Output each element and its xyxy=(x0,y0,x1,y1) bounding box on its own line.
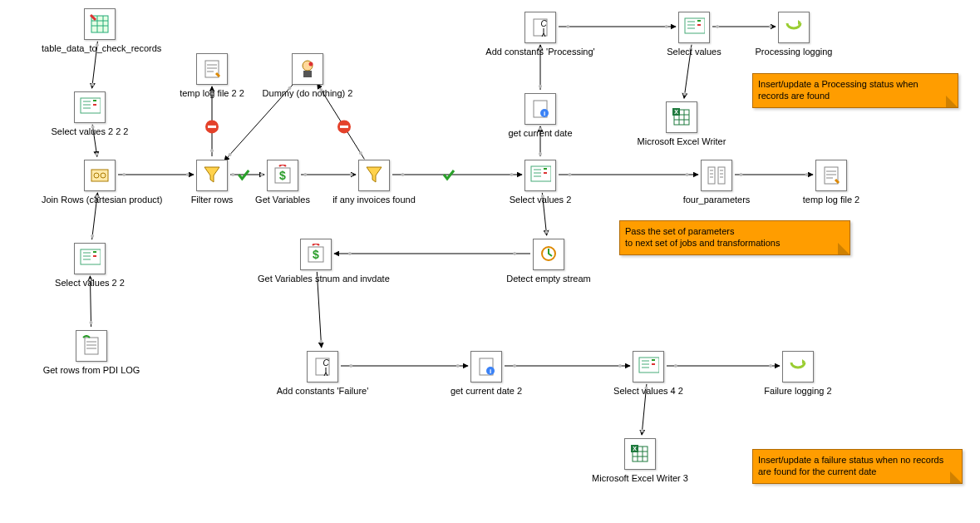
step-label: Detect empty stream xyxy=(490,274,607,284)
step-label: temp log file 2 xyxy=(773,195,889,205)
table-input-icon xyxy=(84,8,116,40)
step-label: table_data_to_check_records xyxy=(42,43,158,53)
step-sel2[interactable]: Select values 2 xyxy=(482,160,598,205)
step-label: Select values 4 2 xyxy=(590,386,707,396)
step-temp_log2[interactable]: temp log file 2 xyxy=(773,160,889,205)
step-addc_fail[interactable]: Add constants 'Failure' xyxy=(264,351,381,396)
svg-point-35 xyxy=(683,92,687,96)
svg-point-26 xyxy=(539,152,542,155)
system-info-icon xyxy=(524,93,556,125)
step-label: Select values xyxy=(636,47,752,57)
svg-point-10 xyxy=(210,149,214,152)
note-failure[interactable]: Insert/update a failure status when no r… xyxy=(752,449,963,484)
join-rows-icon xyxy=(84,160,116,191)
step-pdi_log[interactable]: Get rows from PDI LOG xyxy=(33,330,150,375)
svg-point-18 xyxy=(359,151,362,155)
svg-point-20 xyxy=(337,120,351,133)
dummy-icon xyxy=(292,53,323,85)
svg-point-23 xyxy=(229,153,232,156)
step-get_date[interactable]: get current date xyxy=(482,93,598,138)
svg-rect-13 xyxy=(208,126,216,128)
select-values-icon xyxy=(74,91,106,123)
step-label: Select values 2 2 xyxy=(32,278,148,288)
select-values-icon xyxy=(633,351,664,382)
step-label: Microsoft Excel Writer 3 xyxy=(582,473,698,483)
system-info-icon xyxy=(470,351,502,382)
step-label: Add constants 'Failure' xyxy=(264,386,381,396)
step-label: Get Variables stnum and invdate xyxy=(258,274,374,284)
step-detect_empty[interactable]: Detect empty stream xyxy=(490,239,607,284)
step-label: Dummy (do nothing) 2 xyxy=(249,88,366,98)
transformation-canvas[interactable]: Insert/update a Processing status when r… xyxy=(0,0,980,523)
step-if_inv[interactable]: if any invoices found xyxy=(316,160,432,205)
insert-update-icon xyxy=(782,351,814,382)
select-values-icon xyxy=(524,160,556,191)
svg-rect-21 xyxy=(340,126,348,128)
note-parameters[interactable]: Pass the set of parameters to next set o… xyxy=(619,220,850,255)
step-label: Processing logging xyxy=(736,47,852,57)
select-values-icon xyxy=(678,12,710,43)
step-label: if any invoices found xyxy=(316,195,432,205)
svg-point-3 xyxy=(95,152,98,155)
svg-point-1 xyxy=(91,83,94,86)
svg-point-4 xyxy=(89,321,92,324)
step-label: four_parameters xyxy=(658,195,775,205)
excel-writer-icon xyxy=(624,438,656,470)
step-label: Select values 2 2 2 xyxy=(32,126,148,136)
hop-false-icon xyxy=(337,120,351,133)
step-fail_log[interactable]: Failure logging 2 xyxy=(740,351,856,396)
step-sel42[interactable]: Select values 4 2 xyxy=(590,351,707,396)
step-label: Microsoft Excel Writer xyxy=(623,136,740,146)
get-variables-icon xyxy=(267,160,298,191)
detect-empty-icon xyxy=(533,239,564,270)
svg-point-12 xyxy=(205,120,219,133)
svg-point-28 xyxy=(539,85,542,88)
step-table_data[interactable]: table_data_to_check_records xyxy=(42,8,158,53)
text-file-output-icon xyxy=(815,160,847,191)
step-label: Add constants 'Processing' xyxy=(482,47,598,57)
get-rows-icon xyxy=(76,330,107,362)
hop-false-icon xyxy=(205,120,219,133)
add-constants-icon xyxy=(307,351,338,382)
step-sel2222[interactable]: Select values 2 2 2 xyxy=(32,91,148,136)
step-sel_values[interactable]: Select values xyxy=(636,12,752,57)
note-processing[interactable]: Insert/update a Processing status when r… xyxy=(752,73,958,108)
step-four_param[interactable]: four_parameters xyxy=(658,160,775,205)
svg-point-41 xyxy=(544,230,548,234)
step-addc_proc[interactable]: Add constants 'Processing' xyxy=(482,12,598,57)
copy-rows-icon xyxy=(701,160,732,191)
svg-point-45 xyxy=(319,340,323,343)
step-proc_log[interactable]: Processing logging xyxy=(736,12,852,57)
step-xls_writer3[interactable]: Microsoft Excel Writer 3 xyxy=(582,438,698,483)
step-label: get current date 2 xyxy=(428,386,544,396)
step-dummy[interactable]: Dummy (do nothing) 2 xyxy=(249,53,366,98)
step-xls_writer[interactable]: Microsoft Excel Writer xyxy=(623,101,740,146)
step-join_rows[interactable]: Join Rows (cartesian product) xyxy=(42,160,158,205)
step-sel22[interactable]: Select values 2 2 xyxy=(32,243,148,288)
step-label: Get rows from PDI LOG xyxy=(33,365,150,375)
add-constants-icon xyxy=(524,12,556,43)
step-label: get current date xyxy=(482,128,598,138)
text-file-output-icon xyxy=(196,53,228,85)
select-values-icon xyxy=(74,243,106,274)
insert-update-icon xyxy=(778,12,810,43)
step-label: Join Rows (cartesian product) xyxy=(42,195,158,205)
filter-icon xyxy=(196,160,228,191)
excel-writer-icon xyxy=(666,101,697,133)
svg-point-6 xyxy=(91,234,94,238)
step-label: Failure logging 2 xyxy=(740,386,856,396)
step-label: Select values 2 xyxy=(482,195,598,205)
filter-icon xyxy=(358,160,390,191)
step-get_date2[interactable]: get current date 2 xyxy=(428,351,544,396)
get-variables-icon xyxy=(300,239,332,270)
hop-true-icon xyxy=(444,170,454,179)
svg-point-53 xyxy=(641,429,644,432)
step-getvars_stnum[interactable]: Get Variables stnum and invdate xyxy=(258,239,374,284)
